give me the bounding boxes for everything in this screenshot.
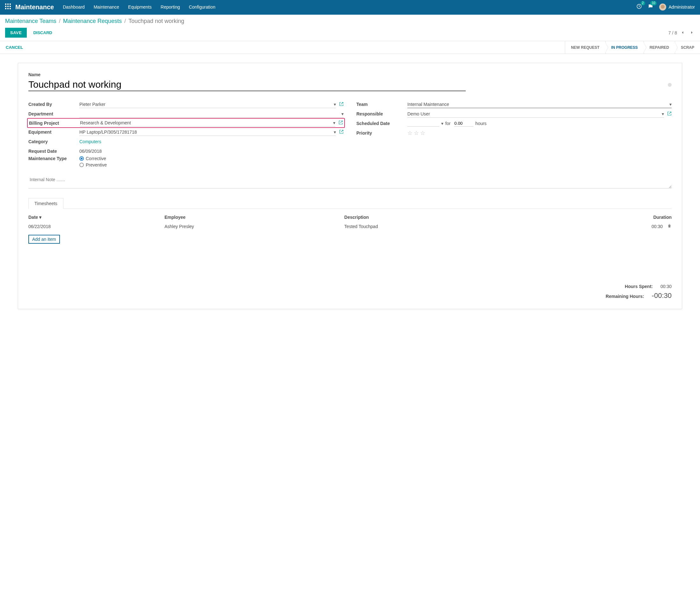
equipment-external-link-icon[interactable] — [339, 130, 343, 135]
nav-reporting[interactable]: Reporting — [161, 4, 180, 10]
top-menu: Dashboard Maintenance Equipments Reporti… — [63, 4, 215, 10]
svg-rect-6 — [5, 8, 6, 9]
table-row[interactable]: 06/22/2018 Ashley Presley Tested Touchpa… — [29, 222, 671, 231]
caret-down-icon: ▾ — [669, 102, 671, 107]
user-menu[interactable]: Administrator — [659, 3, 695, 10]
star-icon[interactable]: ☆ — [420, 130, 425, 137]
responsible-external-link-icon[interactable] — [667, 111, 671, 117]
svg-rect-4 — [7, 6, 9, 7]
cell-employee: Ashley Presley — [164, 222, 344, 231]
team-select[interactable]: Internal Maintenance ▾ — [408, 101, 671, 108]
timesheet-table: Date▾ Employee Description Duration 06/2… — [29, 213, 671, 246]
label-team: Team — [357, 102, 408, 107]
name-input[interactable] — [29, 79, 466, 91]
label-responsible: Responsible — [357, 111, 408, 116]
radio-off-icon — [79, 163, 84, 167]
label-created-by: Created By — [29, 102, 79, 107]
form-sheet: Name Created By Pieter Parker ▾ Depart — [18, 63, 682, 309]
nav-config[interactable]: Configuration — [189, 4, 215, 10]
breadcrumb: Maintenance Teams / Maintenance Requests… — [5, 18, 184, 24]
cancel-button[interactable]: CANCEL — [0, 41, 29, 54]
hours-spent-value: 00:30 — [660, 284, 671, 289]
messages-icon[interactable]: 10 — [648, 3, 653, 10]
department-select[interactable]: ▾ — [79, 110, 343, 118]
app-brand[interactable]: Maintenance — [15, 3, 54, 11]
stage-new[interactable]: NEW REQUEST — [565, 41, 605, 54]
category-link[interactable]: Computers — [79, 139, 101, 144]
discard-button[interactable]: DISCARD — [31, 30, 54, 35]
col-description[interactable]: Description — [344, 213, 549, 222]
svg-rect-5 — [10, 6, 11, 7]
name-label: Name — [29, 72, 671, 77]
svg-rect-1 — [7, 3, 9, 5]
col-employee[interactable]: Employee — [164, 213, 344, 222]
caret-down-icon: ▾ — [662, 111, 664, 116]
nav-equipments[interactable]: Equipments — [128, 4, 152, 10]
label-maintenance-type: Maintenance Type — [29, 156, 79, 161]
request-date-value: 06/09/2018 — [79, 149, 102, 154]
avatar — [659, 3, 666, 10]
bc-teams[interactable]: Maintenance Teams — [5, 18, 56, 24]
billing-project-external-link-icon[interactable] — [338, 120, 343, 126]
priority-stars[interactable]: ☆ ☆ ☆ — [408, 130, 425, 137]
svg-rect-2 — [10, 3, 11, 5]
label-billing-project: Billing Project — [29, 120, 80, 126]
svg-rect-8 — [10, 8, 11, 9]
pager-prev-icon[interactable] — [680, 29, 686, 37]
pager-next-icon[interactable] — [689, 29, 695, 37]
label-priority: Priority — [357, 131, 408, 136]
top-navbar: Maintenance Dashboard Maintenance Equipm… — [0, 0, 700, 15]
cell-duration: 00:30 — [652, 224, 663, 229]
caret-down-icon: ▾ — [441, 121, 443, 126]
caret-down-icon: ▾ — [333, 120, 335, 126]
scheduled-date-input[interactable] — [408, 120, 439, 127]
messages-badge: 10 — [650, 1, 656, 5]
label-category: Category — [29, 139, 79, 144]
nav-dashboard[interactable]: Dashboard — [63, 4, 85, 10]
radio-preventive[interactable]: Preventive — [79, 162, 107, 167]
apps-icon[interactable] — [5, 3, 11, 10]
radio-on-icon — [79, 156, 84, 161]
sort-desc-icon: ▾ — [39, 215, 42, 220]
label-department: Department — [29, 111, 79, 116]
svg-rect-0 — [5, 3, 6, 5]
username: Administrator — [669, 4, 695, 10]
nav-maintenance[interactable]: Maintenance — [94, 4, 119, 10]
delete-row-icon[interactable] — [667, 224, 671, 229]
hours-spent-label: Hours Spent: — [625, 284, 653, 289]
activities-icon[interactable]: 2 — [636, 3, 642, 10]
equipment-select[interactable]: HP Laptop/LP/305/17281718 ▾ — [79, 129, 336, 136]
scheduled-hours-input[interactable] — [454, 120, 473, 127]
bc-requests[interactable]: Maintenance Requests — [63, 18, 122, 24]
stage-scrap[interactable]: SCRAP — [675, 41, 700, 54]
responsible-select[interactable]: Demo User ▾ — [408, 110, 664, 118]
stage-inprogress[interactable]: IN PROGRESS — [605, 41, 644, 54]
col-date[interactable]: Date▾ — [29, 213, 164, 222]
stage-repaired[interactable]: REPAIRED — [644, 41, 675, 54]
created-by-external-link-icon[interactable] — [339, 102, 343, 107]
internal-note[interactable] — [29, 176, 671, 189]
billing-project-select[interactable]: Research & Development ▾ — [80, 119, 335, 127]
cell-date: 06/22/2018 — [29, 222, 164, 231]
pager-text: 7 / 8 — [668, 30, 677, 35]
caret-down-icon: ▾ — [334, 102, 336, 107]
activities-badge: 2 — [641, 1, 645, 5]
bc-current: Touchpad not working — [128, 18, 184, 24]
svg-rect-7 — [7, 8, 9, 9]
col-duration[interactable]: Duration — [549, 213, 671, 222]
remaining-hours-label: Remaining Hours: — [606, 294, 644, 299]
label-request-date: Request Date — [29, 149, 79, 154]
add-item-button[interactable]: Add an item — [29, 235, 60, 244]
save-button[interactable]: SAVE — [5, 28, 27, 38]
remaining-hours-value: -00:30 — [652, 292, 671, 300]
tab-timesheets[interactable]: Timesheets — [29, 198, 63, 209]
star-icon[interactable]: ☆ — [408, 130, 413, 137]
star-icon[interactable]: ☆ — [414, 130, 419, 137]
cell-description: Tested Touchpad — [344, 222, 549, 231]
radio-corrective[interactable]: Corrective — [79, 156, 107, 161]
caret-down-icon: ▾ — [341, 111, 343, 116]
stage-bar: NEW REQUEST IN PROGRESS REPAIRED SCRAP — [565, 41, 700, 54]
label-equipment: Equipment — [29, 130, 79, 135]
created-by-select[interactable]: Pieter Parker ▾ — [79, 101, 336, 108]
kanban-state-icon[interactable] — [668, 83, 671, 87]
